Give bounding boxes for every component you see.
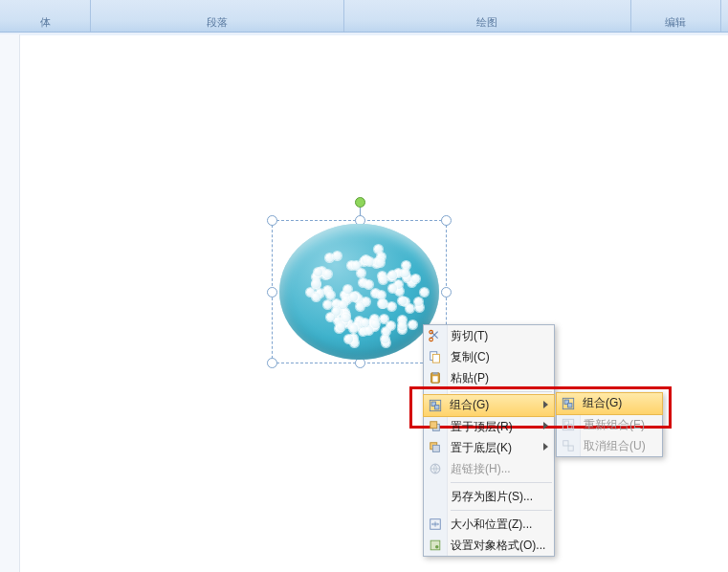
menu-label: 置于底层(K) (451, 441, 512, 454)
menu-item-copy[interactable]: 复制(C) (424, 346, 554, 367)
menu-label: 设置对象格式(O)... (451, 539, 545, 552)
shape-ellipse[interactable] (279, 224, 439, 360)
hyperlink-icon (424, 458, 447, 479)
group-icon (557, 393, 580, 414)
menu-item-save-as-picture[interactable]: 另存为图片(S)... (424, 486, 554, 507)
menu-label: 置于顶层(R) (451, 420, 513, 433)
submenu-label: 重新组合(E) (584, 418, 645, 431)
submenu-item-ungroup: 取消组合(U) (557, 435, 662, 456)
menu-item-paste[interactable]: 粘贴(P) (424, 367, 554, 388)
group-submenu: 组合(G) 重新组合(E) 取消组合(U) (556, 392, 663, 457)
clipboard-icon (424, 367, 447, 388)
resize-handle-bl[interactable] (267, 358, 277, 368)
ribbon-label-font: 体 (0, 15, 90, 30)
svg-rect-24 (563, 441, 568, 446)
copy-icon (424, 346, 447, 367)
shape-dot-cluster (308, 243, 426, 348)
resize-handle-tl[interactable] (267, 215, 277, 226)
ungroup-icon (557, 435, 580, 456)
menu-label: 粘贴(P) (451, 371, 489, 385)
menu-separator (451, 482, 552, 483)
resize-handle-mr[interactable] (441, 287, 452, 297)
send-back-icon (424, 437, 447, 458)
svg-rect-5 (432, 372, 437, 375)
context-menu: 剪切(T) 复制(C) 粘贴(P) 组合(G) 置于顶 (423, 324, 555, 557)
ribbon: 体 段落 绘图 编辑 (0, 0, 728, 34)
ribbon-border (0, 32, 728, 35)
submenu-arrow-icon (543, 401, 548, 408)
menu-item-format-object[interactable]: 设置对象格式(O)... (424, 535, 554, 556)
svg-rect-9 (435, 406, 439, 409)
submenu-item-group[interactable]: 组合(G) (556, 392, 663, 415)
submenu-arrow-icon (543, 422, 548, 429)
submenu-item-regroup: 重新组合(E) (557, 414, 662, 435)
menu-label: 大小和位置(Z)... (451, 517, 532, 531)
regroup-icon (557, 414, 580, 435)
menu-separator (451, 391, 552, 392)
ribbon-label-paragraph: 段落 (90, 15, 343, 30)
ribbon-group-paragraph: 段落 (90, 0, 344, 32)
ribbon-group-editing: 编辑 (630, 0, 721, 32)
resize-handle-tr[interactable] (441, 215, 452, 226)
group-icon (424, 395, 447, 416)
rotation-handle[interactable] (355, 197, 365, 208)
save-picture-icon (424, 486, 447, 507)
menu-label: 另存为图片(S)... (451, 490, 533, 503)
document-margin (0, 34, 20, 572)
menu-label: 组合(G) (450, 398, 489, 411)
menu-item-cut[interactable]: 剪切(T) (424, 325, 554, 346)
bring-front-icon (424, 416, 447, 437)
svg-rect-25 (568, 446, 573, 451)
submenu-arrow-icon (543, 443, 548, 451)
svg-rect-11 (430, 422, 437, 429)
ribbon-label-drawing: 绘图 (343, 15, 630, 30)
svg-rect-20 (568, 404, 572, 407)
menu-separator (451, 510, 552, 511)
menu-item-hyperlink: 超链接(H)... (424, 458, 554, 479)
selection-bounds[interactable] (272, 220, 447, 363)
svg-point-0 (430, 338, 433, 341)
submenu-label: 取消组合(U) (584, 439, 646, 452)
scissors-icon (424, 325, 447, 346)
svg-rect-13 (432, 445, 439, 451)
menu-item-send-to-back[interactable]: 置于底层(K) (424, 437, 554, 458)
resize-handle-ml[interactable] (267, 287, 277, 297)
menu-label: 复制(C) (451, 350, 490, 363)
size-position-icon (424, 514, 447, 535)
svg-point-17 (435, 545, 439, 549)
menu-label: 剪切(T) (451, 329, 488, 342)
menu-item-group[interactable]: 组合(G) (423, 394, 555, 417)
svg-rect-16 (430, 540, 440, 550)
submenu-label: 组合(G) (583, 396, 622, 409)
ribbon-group-drawing: 绘图 (343, 0, 631, 32)
menu-item-bring-to-front[interactable]: 置于顶层(R) (424, 416, 554, 437)
menu-item-size-position[interactable]: 大小和位置(Z)... (424, 514, 554, 535)
svg-rect-6 (432, 376, 437, 382)
ribbon-label-editing: 编辑 (630, 15, 720, 30)
ribbon-group-font: 体 (0, 0, 91, 32)
menu-label: 超链接(H)... (451, 462, 511, 475)
format-object-icon (424, 535, 447, 556)
svg-rect-3 (432, 354, 439, 363)
